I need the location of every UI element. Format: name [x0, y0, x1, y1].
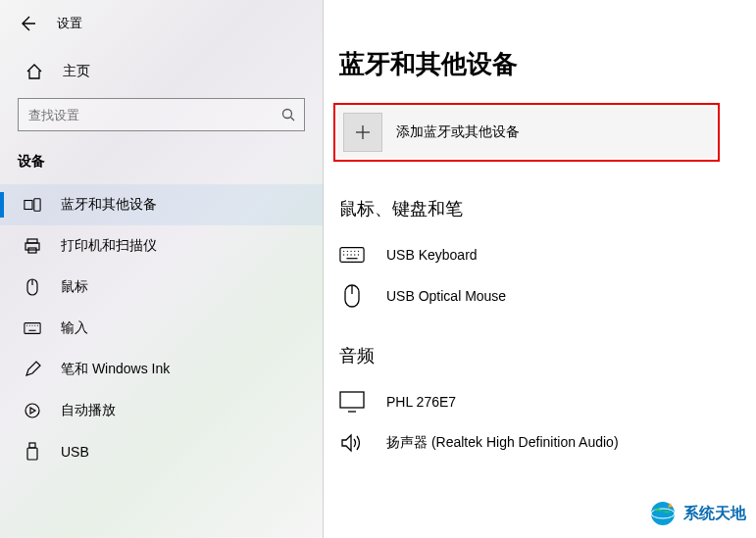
- sidebar-item-pen[interactable]: 笔和 Windows Ink: [0, 349, 323, 390]
- mouse-icon: [339, 285, 365, 307]
- monitor-icon: [339, 391, 365, 413]
- pen-icon: [24, 361, 41, 378]
- keyboard-icon: [24, 319, 41, 337]
- search-container: [0, 90, 323, 143]
- sidebar-item-label: 笔和 Windows Ink: [61, 361, 170, 378]
- home-icon: [25, 63, 43, 80]
- device-label: USB Optical Mouse: [386, 288, 506, 304]
- svg-point-12: [31, 325, 32, 326]
- svg-rect-17: [29, 443, 35, 448]
- svg-point-23: [347, 251, 348, 252]
- svg-point-11: [29, 325, 30, 326]
- svg-rect-4: [27, 239, 37, 243]
- sidebar-top: 设置: [0, 0, 323, 45]
- device-label: USB Keyboard: [386, 247, 478, 263]
- globe-icon: [648, 499, 678, 528]
- add-device-label: 添加蓝牙或其他设备: [396, 123, 520, 141]
- sidebar-item-label: 鼠标: [61, 278, 88, 296]
- page-title: 蓝牙和其他设备: [333, 47, 756, 81]
- sidebar: 设置 主页 设备 蓝牙和其他设备: [0, 0, 324, 538]
- svg-rect-3: [34, 199, 40, 212]
- settings-title: 设置: [57, 15, 82, 32]
- device-label: 扬声器 (Realtek High Definition Audio): [386, 434, 619, 452]
- svg-point-14: [37, 325, 38, 326]
- sidebar-section-label: 设备: [0, 143, 323, 184]
- sidebar-item-autoplay[interactable]: 自动播放: [0, 390, 323, 431]
- add-device-highlight: 添加蓝牙或其他设备: [333, 103, 720, 162]
- search-icon: [280, 107, 296, 122]
- sidebar-item-mouse[interactable]: 鼠标: [0, 267, 323, 308]
- usb-icon: [24, 443, 41, 461]
- sidebar-item-label: USB: [61, 444, 89, 460]
- svg-point-25: [354, 251, 355, 252]
- watermark: 系统天地: [648, 499, 746, 528]
- svg-point-31: [358, 254, 359, 255]
- svg-rect-2: [25, 201, 32, 210]
- device-speaker[interactable]: 扬声器 (Realtek High Definition Audio): [339, 422, 756, 464]
- section-title: 鼠标、键盘和笔: [339, 197, 756, 220]
- keyboard-icon: [339, 244, 365, 266]
- sidebar-item-label: 打印机和扫描仪: [61, 237, 157, 255]
- svg-point-26: [358, 251, 359, 252]
- svg-point-16: [25, 404, 39, 417]
- mouse-icon: [24, 278, 41, 296]
- sidebar-item-printers[interactable]: 打印机和扫描仪: [0, 225, 323, 267]
- back-button[interactable]: [18, 14, 37, 33]
- sidebar-item-usb[interactable]: USB: [0, 431, 323, 472]
- bluetooth-devices-icon: [24, 196, 41, 214]
- home-link[interactable]: 主页: [0, 53, 323, 90]
- back-arrow-icon: [19, 15, 36, 32]
- section-audio: 音频 PHL 276E7 扬声器 (Realtek High Definitio…: [333, 344, 756, 464]
- svg-rect-9: [25, 323, 40, 334]
- svg-point-0: [283, 110, 292, 119]
- svg-line-1: [291, 118, 295, 122]
- search-input[interactable]: [28, 108, 280, 122]
- sidebar-item-label: 自动播放: [61, 402, 116, 419]
- svg-point-29: [350, 254, 351, 255]
- search-box[interactable]: [18, 98, 305, 131]
- svg-point-22: [343, 251, 344, 252]
- svg-point-30: [354, 254, 355, 255]
- svg-point-27: [343, 254, 344, 255]
- add-device-button[interactable]: 添加蓝牙或其他设备: [337, 107, 716, 158]
- device-keyboard[interactable]: USB Keyboard: [339, 234, 756, 275]
- home-label: 主页: [63, 63, 90, 80]
- svg-rect-5: [25, 243, 39, 250]
- main-content: 蓝牙和其他设备 添加蓝牙或其他设备 鼠标、键盘和笔 USB Keyboard: [324, 0, 756, 538]
- device-mouse[interactable]: USB Optical Mouse: [339, 275, 756, 317]
- sidebar-item-typing[interactable]: 输入: [0, 308, 323, 349]
- svg-rect-18: [27, 448, 37, 460]
- printer-icon: [24, 237, 41, 255]
- svg-point-28: [347, 254, 348, 255]
- device-label: PHL 276E7: [386, 394, 456, 410]
- sidebar-item-bluetooth[interactable]: 蓝牙和其他设备: [0, 184, 323, 225]
- watermark-text: 系统天地: [683, 504, 746, 524]
- section-title: 音频: [339, 344, 756, 367]
- svg-point-10: [26, 325, 27, 326]
- section-mouse-keyboard: 鼠标、键盘和笔 USB Keyboard USB Optical Mouse: [333, 197, 756, 317]
- sidebar-item-label: 输入: [61, 319, 88, 337]
- svg-point-13: [34, 325, 35, 326]
- autoplay-icon: [24, 402, 41, 419]
- svg-rect-35: [340, 392, 364, 408]
- speaker-icon: [339, 432, 365, 454]
- sidebar-item-label: 蓝牙和其他设备: [61, 196, 157, 214]
- plus-icon: [343, 113, 382, 152]
- device-monitor[interactable]: PHL 276E7: [339, 381, 756, 422]
- svg-point-24: [350, 251, 351, 252]
